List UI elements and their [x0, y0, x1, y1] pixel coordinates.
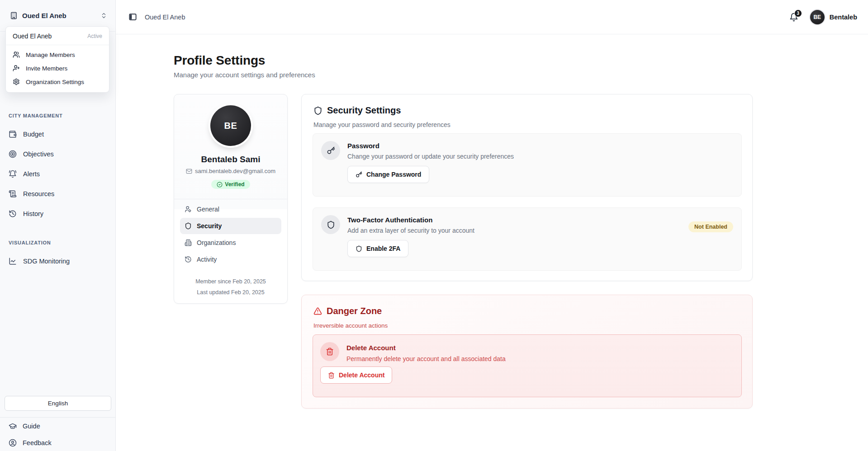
sidebar-item-budget[interactable]: Budget	[0, 124, 115, 144]
sidebar-item-guide[interactable]: Guide	[0, 418, 115, 434]
section-label-city-management: CITY MANAGEMENT	[0, 113, 115, 118]
user-plus-icon	[13, 65, 20, 72]
enable-2fa-button[interactable]: Enable 2FA	[347, 240, 408, 257]
profile-dates: Member since Feb 20, 2025 Last updated F…	[174, 278, 287, 296]
key-icon	[356, 171, 362, 178]
language-button[interactable]: English	[5, 396, 111, 411]
password-title: Password	[347, 142, 514, 150]
sidebar-toggle-icon[interactable]	[128, 13, 137, 21]
verified-badge: Verified	[211, 180, 250, 189]
sidebar-item-history[interactable]: History	[0, 204, 115, 224]
delete-account-section: Delete Account Permanently delete your a…	[313, 334, 742, 397]
history-icon	[185, 256, 192, 263]
page-title: Profile Settings	[174, 53, 265, 68]
danger-zone-card: Danger Zone Irreversible account actions…	[301, 295, 753, 409]
trash-icon	[320, 342, 339, 361]
scroll-icon	[9, 190, 17, 198]
menu-item-invite-members[interactable]: Invite Members	[6, 61, 109, 75]
menu-item-organization-settings[interactable]: Organization Settings	[6, 75, 109, 89]
sidebar-item-label: SDG Monitoring	[23, 258, 70, 265]
security-settings-card: Security Settings Manage your password a…	[301, 94, 753, 281]
chevrons-up-down-icon	[100, 12, 107, 19]
breadcrumb: Oued El Aneb	[145, 14, 185, 21]
circle-user-icon	[9, 439, 17, 447]
sidebar-item-resources[interactable]: Resources	[0, 184, 115, 204]
menu-item-label: Manage Members	[26, 52, 75, 58]
security-card-header: Security Settings	[313, 105, 401, 116]
password-description: Change your password or update your secu…	[347, 153, 514, 160]
menu-item-label: Invite Members	[26, 65, 67, 72]
org-name: Oued El Aneb	[22, 12, 96, 19]
dropdown-org-name: Oued El Aneb	[13, 33, 52, 40]
profile-tab-general[interactable]: General	[180, 201, 281, 217]
sidebar-item-sdg-monitoring[interactable]: SDG Monitoring	[0, 251, 115, 271]
chart-line-icon	[9, 257, 17, 265]
sidebar-item-label: Resources	[23, 190, 54, 197]
history-icon	[9, 210, 17, 218]
change-password-button[interactable]: Change Password	[347, 166, 429, 183]
sidebar-item-feedback[interactable]: Feedback	[0, 434, 115, 451]
danger-zone-title: Danger Zone	[327, 306, 382, 316]
key-icon	[321, 141, 340, 160]
check-circle-icon	[217, 182, 223, 188]
user-name[interactable]: Bentaleb	[830, 14, 857, 21]
building-2-icon	[185, 239, 192, 246]
delete-account-button[interactable]: Delete Account	[320, 366, 392, 384]
sidebar-item-label: Feedback	[23, 439, 52, 446]
org-dropdown-menu: Oued El Aneb Active Manage Members Invit…	[5, 26, 109, 93]
building-icon	[10, 12, 18, 19]
two-factor-status-badge: Not Enabled	[688, 221, 733, 232]
delete-account-title: Delete Account	[346, 344, 506, 352]
org-dropdown-header[interactable]: Oued El Aneb Active	[6, 27, 109, 45]
security-card-title: Security Settings	[327, 105, 401, 116]
profile-tab-activity[interactable]: Activity	[180, 251, 281, 268]
two-factor-title: Two-Factor Authentication	[347, 216, 474, 224]
last-updated: Last updated Feb 20, 2025	[174, 289, 287, 296]
users-icon	[13, 51, 20, 58]
wallet-icon	[9, 130, 17, 138]
active-badge: Active	[87, 33, 102, 39]
user-cog-icon	[185, 206, 192, 213]
danger-zone-subtitle: Irreversible account actions	[313, 322, 388, 329]
user-avatar[interactable]: BE	[810, 10, 825, 24]
profile-avatar: BE	[210, 105, 251, 146]
sidebar-item-label: Alerts	[23, 170, 40, 178]
mail-icon	[186, 168, 192, 174]
profile-tab-label: Activity	[197, 256, 217, 263]
profile-email-row: sami.bentaleb.dev@gmail.com	[174, 168, 287, 174]
graduation-cap-icon	[9, 422, 17, 430]
alert-triangle-icon	[313, 307, 322, 315]
sidebar-item-label: History	[23, 210, 43, 217]
profile-nav: General Security Organizations Activity	[174, 199, 287, 268]
two-factor-section: Two-Factor Authentication Add an extra l…	[313, 207, 742, 271]
sidebar: Oued El Aneb Oued El Aneb Active Manage …	[0, 0, 116, 451]
gear-icon	[13, 78, 20, 85]
shield-icon	[356, 245, 362, 252]
delete-account-description: Permanently delete your account and all …	[346, 355, 506, 362]
target-icon	[9, 150, 17, 158]
member-since: Member since Feb 20, 2025	[174, 278, 287, 285]
bell-ring-icon	[9, 170, 17, 178]
profile-name: Bentaleb Sami	[174, 155, 287, 164]
password-section: Password Change your password or update …	[313, 133, 742, 197]
sidebar-item-label: Guide	[23, 423, 40, 430]
two-factor-description: Add an extra layer of security to your a…	[347, 227, 474, 234]
topbar: Oued El Aneb 3 BE Bentaleb	[116, 0, 868, 34]
sidebar-item-label: Budget	[23, 131, 44, 138]
menu-item-label: Organization Settings	[26, 79, 84, 85]
shield-icon	[313, 106, 323, 115]
profile-tab-security[interactable]: Security	[180, 218, 281, 234]
profile-card: BE Bentaleb Sami sami.bentaleb.dev@gmail…	[174, 94, 288, 304]
security-card-subtitle: Manage your password and security prefer…	[313, 121, 451, 128]
trash-icon	[328, 372, 335, 379]
shield-icon	[185, 222, 192, 230]
shield-icon	[321, 215, 340, 234]
notifications-button[interactable]: 3	[789, 13, 798, 22]
sidebar-item-alerts[interactable]: Alerts	[0, 164, 115, 184]
section-label-visualization: VISUALIZATION	[0, 240, 115, 245]
menu-item-manage-members[interactable]: Manage Members	[6, 48, 109, 61]
profile-tab-label: General	[197, 206, 219, 213]
sidebar-item-objectives[interactable]: Objectives	[0, 144, 115, 164]
danger-zone-header: Danger Zone	[313, 306, 382, 316]
profile-tab-organizations[interactable]: Organizations	[180, 235, 281, 251]
